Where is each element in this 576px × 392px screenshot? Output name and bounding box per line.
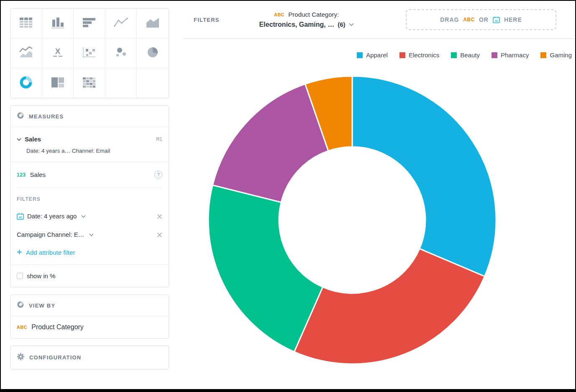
svg-text:31: 31 bbox=[19, 216, 22, 219]
view-by-item[interactable]: ABC Product Category bbox=[10, 316, 169, 338]
main-area: FILTERS ABC Product Category: Electronic… bbox=[184, 1, 575, 389]
bar-chart-icon bbox=[82, 16, 97, 31]
filter-chip-count: (6) bbox=[338, 21, 345, 28]
combo-chart-icon bbox=[18, 46, 33, 60]
metric-label: Sales bbox=[30, 171, 46, 178]
donut-slice-electronics[interactable] bbox=[294, 249, 484, 364]
viz-type-combo-chart[interactable] bbox=[10, 38, 42, 68]
measure-name: Sales bbox=[25, 135, 41, 144]
viz-type-scatter-plot[interactable] bbox=[74, 38, 105, 68]
legend-item-pharmacy[interactable]: Pharmacy bbox=[492, 51, 529, 59]
scatter-plot-icon bbox=[82, 46, 97, 60]
legend-label: Electronics bbox=[409, 51, 439, 59]
legend-swatch bbox=[357, 52, 363, 58]
view-by-header: VIEW BY bbox=[10, 295, 169, 316]
date-filter[interactable]: 31 Date: 4 years ago bbox=[10, 207, 169, 225]
view-by-label: Product Category bbox=[31, 323, 84, 331]
show-in-percent-checkbox[interactable] bbox=[17, 273, 23, 279]
legend-item-beauty[interactable]: Beauty bbox=[451, 51, 480, 59]
donut-slice-beauty[interactable] bbox=[208, 185, 323, 352]
attribute-tag: ABC bbox=[463, 17, 475, 23]
measures-title: MEASURES bbox=[29, 113, 64, 120]
chevron-down-icon bbox=[81, 215, 86, 218]
heatmap-icon bbox=[82, 76, 97, 90]
app-frame: X bbox=[0, 0, 576, 392]
measure-item-sales[interactable]: Sales M1 Date: 4 years a… Channel: Email bbox=[10, 127, 169, 162]
viz-type-table[interactable] bbox=[10, 9, 42, 38]
viz-type-area-chart[interactable] bbox=[137, 9, 169, 38]
viz-type-donut-chart[interactable] bbox=[10, 68, 42, 98]
configuration-panel: CONFIGURATION bbox=[10, 346, 169, 369]
measures-donut-icon bbox=[17, 112, 24, 121]
measures-panel: MEASURES Sales M1 Date: 4 years a… Chann… bbox=[10, 105, 169, 287]
dropzone-here-label: HERE bbox=[504, 16, 522, 23]
line-chart-icon bbox=[113, 16, 128, 31]
treemap-icon bbox=[50, 76, 65, 90]
add-attribute-filter-label: Add attribute filter bbox=[26, 249, 75, 256]
sidebar: X bbox=[1, 1, 184, 389]
pie-chart-icon bbox=[145, 46, 160, 60]
viz-type-heatmap[interactable] bbox=[74, 68, 105, 98]
configuration-header[interactable]: CONFIGURATION bbox=[10, 346, 169, 369]
filter-dropzone[interactable]: DRAG ABC OR 31 HERE bbox=[406, 9, 556, 30]
show-in-percent: show in % bbox=[10, 265, 169, 287]
numeric-attribute-tag: 123 bbox=[17, 172, 26, 178]
gear-icon bbox=[17, 353, 25, 362]
help-icon[interactable]: ? bbox=[154, 171, 162, 179]
legend-swatch bbox=[451, 52, 457, 58]
chart-region: ApparelElectronicsBeautyPharmacyGaming bbox=[184, 39, 575, 389]
attribute-filter-label: Campaign Channel: E… bbox=[17, 231, 84, 239]
viz-picker: X bbox=[10, 8, 169, 98]
view-by-title: VIEW BY bbox=[29, 302, 55, 309]
area-chart-icon bbox=[145, 16, 160, 31]
donut-slice-apparel[interactable] bbox=[352, 76, 496, 277]
dropzone-or-label: OR bbox=[479, 16, 489, 23]
viz-type-pie-chart[interactable] bbox=[137, 38, 169, 68]
bubble-chart-icon bbox=[113, 46, 128, 60]
legend-swatch bbox=[540, 52, 546, 58]
table-icon bbox=[18, 16, 33, 31]
legend-label: Pharmacy bbox=[501, 51, 529, 59]
viz-type-treemap[interactable] bbox=[42, 68, 74, 98]
headline-icon: X bbox=[50, 46, 65, 60]
chevron-down-icon bbox=[349, 23, 354, 26]
configuration-title: CONFIGURATION bbox=[29, 354, 81, 361]
filters-subheader: FILTERS bbox=[17, 196, 162, 202]
legend-item-gaming[interactable]: Gaming bbox=[540, 51, 572, 59]
chart-legend: ApparelElectronicsBeautyPharmacyGaming bbox=[184, 51, 572, 59]
attribute-tag: ABC bbox=[17, 325, 27, 330]
calendar-icon: 31 bbox=[493, 16, 500, 23]
add-attribute-filter-button[interactable]: Add attribute filter bbox=[10, 244, 169, 264]
donut-chart bbox=[207, 74, 498, 366]
viz-type-line-chart[interactable] bbox=[105, 9, 137, 38]
legend-item-electronics[interactable]: Electronics bbox=[399, 51, 439, 59]
product-category-filter-chip[interactable]: ABC Product Category: Electronics, Gamin… bbox=[259, 10, 354, 29]
remove-filter-icon[interactable] bbox=[157, 232, 162, 238]
chevron-down-icon[interactable] bbox=[17, 138, 21, 141]
legend-swatch bbox=[492, 52, 497, 58]
metric-item-sales[interactable]: 123 Sales ? bbox=[10, 162, 169, 187]
legend-label: Apparel bbox=[366, 51, 388, 59]
filter-bar: FILTERS ABC Product Category: Electronic… bbox=[184, 1, 575, 39]
measure-subtitle: Date: 4 years a… Channel: Email bbox=[26, 147, 162, 155]
remove-filter-icon[interactable] bbox=[157, 214, 162, 219]
filter-chip-title: Product Category: bbox=[288, 10, 339, 19]
svg-text:31: 31 bbox=[495, 19, 498, 22]
plus-icon bbox=[17, 249, 22, 256]
legend-label: Beauty bbox=[460, 51, 480, 59]
view-by-panel: VIEW BY ABC Product Category bbox=[10, 295, 169, 338]
view-by-donut-icon bbox=[17, 301, 24, 310]
date-filter-label: Date: 4 years ago bbox=[27, 212, 77, 220]
donut-chart-icon bbox=[18, 76, 33, 91]
viz-type-bar-chart[interactable] bbox=[74, 9, 105, 38]
viz-type-headline[interactable]: X bbox=[42, 38, 74, 68]
filter-bar-label: FILTERS bbox=[194, 17, 220, 23]
viz-type-bubble-chart[interactable] bbox=[105, 38, 137, 68]
viz-cell-empty bbox=[137, 68, 169, 98]
column-chart-icon bbox=[50, 16, 65, 31]
attribute-tag: ABC bbox=[274, 12, 284, 17]
attribute-filter[interactable]: Campaign Channel: E… bbox=[10, 225, 169, 244]
legend-item-apparel[interactable]: Apparel bbox=[357, 51, 388, 59]
viz-type-column-chart[interactable] bbox=[42, 9, 74, 38]
dropzone-drag-label: DRAG bbox=[440, 16, 459, 23]
